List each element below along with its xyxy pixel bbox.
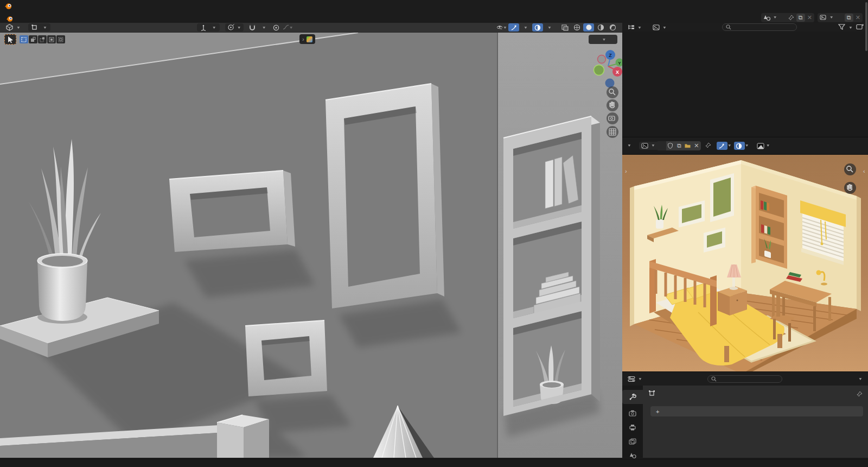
new-image-button[interactable]: ⧉	[675, 142, 684, 150]
unlink-scene-button[interactable]: ✕	[807, 14, 812, 21]
pin-icon[interactable]	[788, 15, 794, 21]
orientation-icon	[200, 24, 207, 31]
material-preview-icon	[597, 24, 604, 31]
fake-user-shield-button[interactable]	[666, 142, 675, 150]
new-collection-button[interactable]	[856, 23, 864, 31]
camera-view-button[interactable]	[607, 112, 618, 124]
viewport-popover-button[interactable]: ›	[299, 34, 315, 44]
object-pot[interactable]	[37, 254, 87, 321]
view-layer-selector[interactable]: ▼ ⧉ ✕	[818, 13, 863, 22]
gizmos-toggle[interactable]	[508, 23, 519, 31]
properties-search[interactable]	[707, 375, 782, 383]
gizmo-settings-dropdown[interactable]: ▼	[520, 23, 531, 31]
editor-type-button[interactable]: ▼	[2, 23, 24, 31]
wireframe-icon	[573, 24, 580, 31]
panel-expand-arrow[interactable]: ›	[625, 168, 627, 174]
outliner-filter-id-type[interactable]: ▼	[649, 23, 670, 31]
gizmo-x-neg[interactable]	[598, 55, 606, 64]
object-books-top[interactable]	[545, 155, 578, 209]
show-gizmo-dropdown[interactable]: ▼	[496, 23, 507, 31]
chevron-down-icon: ▼	[212, 26, 216, 29]
image-mode-selector[interactable]: ▼	[623, 142, 633, 150]
pin-icon[interactable]	[857, 391, 863, 397]
select-mode-invert[interactable]	[47, 35, 56, 43]
properties-header: ▼ ▼	[622, 371, 868, 386]
outliner-search[interactable]	[722, 23, 797, 31]
scene-icon	[763, 15, 771, 21]
select-box-tool-button[interactable]	[4, 34, 16, 45]
filter-funnel-button[interactable]	[838, 24, 845, 31]
snap-toggle[interactable]	[247, 23, 258, 31]
image-pan-button[interactable]	[844, 182, 856, 194]
outliner-search-input[interactable]	[733, 24, 793, 31]
orthographic-toggle-button[interactable]	[607, 126, 618, 138]
overlays-toggle[interactable]	[532, 23, 543, 31]
overlays-icon	[736, 143, 743, 149]
xray-toggle[interactable]	[559, 23, 570, 31]
magnet-icon	[249, 24, 256, 31]
gizmo-z-neg[interactable]	[605, 79, 615, 88]
unlink-image-button[interactable]: ✕	[692, 142, 701, 150]
proportional-edit-toggle[interactable]	[271, 23, 282, 31]
remove-view-layer-button[interactable]: ✕	[856, 14, 860, 21]
tab-output[interactable]	[622, 420, 643, 434]
properties-panel: +	[622, 386, 868, 458]
pivot-point-selector[interactable]: ▼	[225, 23, 244, 31]
select-mode-extend[interactable]	[29, 35, 37, 43]
transform-orientation-selector[interactable]: ▼	[197, 23, 220, 31]
search-icon	[726, 24, 731, 30]
mode-selector[interactable]: ▼	[28, 23, 50, 31]
proportional-falloff-dropdown[interactable]: ▼	[283, 23, 293, 31]
tab-tool[interactable]	[622, 390, 643, 404]
properties-editor-type[interactable]: ▼	[624, 375, 646, 383]
add-modifier-button[interactable]: +	[650, 406, 863, 416]
select-mode-intersect[interactable]	[56, 35, 65, 43]
render-camera-icon	[629, 410, 636, 416]
object-bookshelf[interactable]	[503, 116, 600, 416]
new-scene-button[interactable]: ⧉	[796, 14, 805, 22]
object-data-icon	[648, 390, 655, 396]
proportional-icon	[273, 24, 279, 31]
image-zoom-button[interactable]	[844, 163, 856, 175]
shading-material-button[interactable]	[595, 23, 606, 31]
shading-rendered-button[interactable]	[607, 23, 618, 31]
image-overlays-toggle[interactable]	[734, 142, 745, 150]
gizmo-y-neg[interactable]	[594, 65, 604, 75]
image-name-field[interactable]	[658, 141, 666, 150]
rendered-image: › ‹	[622, 155, 868, 371]
pan-hand-button[interactable]	[607, 99, 618, 111]
scene-selector[interactable]: ▼ ⧉ ✕	[761, 13, 814, 22]
image-browse-button[interactable]: ▼	[639, 142, 658, 150]
tab-render[interactable]	[622, 406, 643, 420]
shading-wireframe-button[interactable]	[571, 23, 582, 31]
outliner-display-mode[interactable]: ▼	[624, 23, 645, 31]
new-view-layer-button[interactable]: ⧉	[845, 14, 853, 22]
image-gizmos-toggle[interactable]	[717, 142, 727, 150]
properties-options-dropdown[interactable]: ▼	[858, 377, 868, 381]
geometry-nodes-cube-icon	[307, 36, 312, 42]
render-bookshelf	[751, 186, 787, 269]
panel-collapse-arrow[interactable]: ‹	[863, 168, 865, 174]
funnel-icon	[838, 24, 845, 30]
display-channels-dropdown[interactable]: ▼	[757, 143, 770, 149]
select-mode-subtract[interactable]	[38, 35, 47, 43]
outliner-header: ▼ ▼ ▼	[622, 23, 868, 31]
viewport-3d[interactable]: Z Y X	[0, 33, 622, 458]
select-mode-new[interactable]	[20, 35, 28, 43]
blender-logo-icon	[4, 2, 12, 10]
pin-icon[interactable]	[705, 142, 711, 149]
view-layer-images-icon	[629, 438, 636, 445]
properties-search-input[interactable]	[719, 375, 778, 382]
overlay-settings-dropdown[interactable]: ▼	[544, 23, 555, 31]
image-editor-view[interactable]: › ‹	[622, 155, 868, 371]
chevron-down-icon: ▼	[237, 26, 241, 29]
zoom-button[interactable]	[607, 86, 618, 98]
blender-window: ▼ ⧉ ✕ ▼ ⧉ ✕ ▼ ▼	[0, 0, 868, 467]
snap-settings-dropdown[interactable]: ▼	[259, 23, 270, 31]
blender-menu-icon[interactable]	[5, 15, 14, 22]
open-image-button[interactable]	[684, 142, 692, 150]
options-button[interactable]: ▼	[589, 35, 617, 44]
tab-view-layer[interactable]	[622, 434, 643, 449]
shading-solid-button[interactable]	[583, 23, 594, 31]
gizmo-icon	[510, 24, 518, 31]
